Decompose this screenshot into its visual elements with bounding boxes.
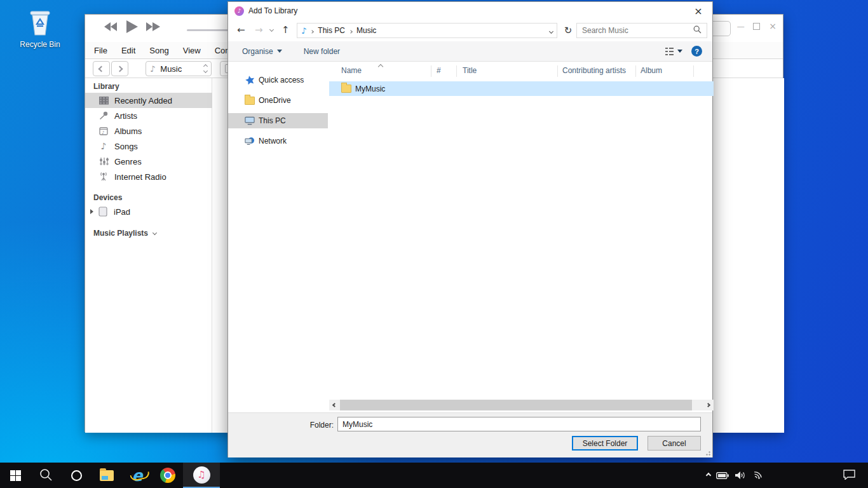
rewind-button[interactable] [104, 22, 118, 34]
recycle-bin-label: Recycle Bin [11, 40, 69, 49]
help-button[interactable]: ? [691, 46, 702, 57]
nav-up-button[interactable]: ↑ [281, 24, 290, 36]
grid-icon [98, 97, 109, 105]
monitor-icon [245, 116, 255, 125]
internet-explorer-button[interactable]: e [122, 463, 153, 488]
horizontal-scrollbar[interactable] [329, 400, 714, 410]
folder-field-label: Folder: [228, 421, 334, 430]
scroll-right-icon[interactable] [703, 400, 714, 410]
dialog-close-button[interactable]: × [691, 5, 706, 17]
itunes-taskbar-button[interactable]: ♫ [183, 463, 220, 488]
start-button[interactable] [0, 463, 31, 488]
taskbar: e ♫ [0, 463, 868, 488]
breadcrumb-music[interactable]: Music [356, 26, 376, 35]
itunes-close-button[interactable]: × [769, 20, 776, 32]
music-note-icon: ♪ [150, 64, 155, 74]
resize-grip[interactable] [704, 449, 710, 456]
ipad-icon [97, 207, 109, 217]
play-button[interactable] [126, 20, 139, 36]
column-album[interactable]: Album [641, 66, 662, 75]
nav-back-button[interactable]: ← [237, 24, 245, 36]
svg-text:♪: ♪ [102, 130, 104, 135]
column-name[interactable]: Name [341, 66, 362, 75]
library-selector-dropdown[interactable]: ♪ Music [146, 61, 212, 76]
folder-name-input[interactable]: MyMusic [337, 417, 701, 431]
organise-button[interactable]: Organise [242, 47, 282, 56]
sidebar-item-label: Genres [114, 157, 142, 166]
navpane-item-label: Network [259, 137, 287, 146]
battery-icon[interactable] [716, 472, 729, 479]
tray-expand-chevron-icon[interactable] [707, 473, 710, 477]
internet-explorer-icon: e [132, 468, 143, 484]
select-folder-button[interactable]: Select Folder [572, 436, 638, 451]
scroll-left-icon[interactable] [329, 400, 340, 410]
cortana-circle-icon [71, 470, 82, 481]
view-mode-button[interactable] [665, 47, 682, 55]
menu-view[interactable]: View [183, 46, 201, 55]
sort-ascending-icon [379, 62, 383, 71]
sidebar-item-recently-added[interactable]: Recently Added [85, 93, 212, 108]
list-view-icon [665, 47, 674, 55]
expand-arrow-icon[interactable] [90, 209, 93, 214]
search-input[interactable]: Search Music [576, 23, 707, 38]
devices-section-header: Devices [85, 193, 122, 202]
navpane-quick-access[interactable]: Quick access [228, 72, 328, 88]
column-number[interactable]: # [437, 66, 441, 75]
chrome-button[interactable] [153, 463, 183, 488]
sidebar-item-internet-radio[interactable]: Internet Radio [85, 169, 212, 184]
dialog-title: Add To Library [248, 6, 297, 15]
navpane-network[interactable]: Network [228, 133, 328, 149]
menu-edit[interactable]: Edit [121, 46, 135, 55]
sidebar-item-genres[interactable]: Genres [85, 154, 212, 169]
dialog-navbar: ← → ↑ ♪ This PC Music ↻ Search Music [228, 20, 712, 41]
dialog-titlebar[interactable]: ♪ Add To Library × [228, 2, 712, 20]
dialog-nav-pane: Quick access OneDrive This PC Network [228, 62, 328, 412]
search-icon[interactable] [693, 25, 702, 36]
navpane-onedrive[interactable]: OneDrive [228, 93, 328, 108]
breadcrumb-this-pc[interactable]: This PC [318, 26, 345, 35]
action-center-button[interactable] [834, 463, 864, 488]
wifi-icon[interactable] [752, 471, 763, 480]
column-contributing-artists[interactable]: Contributing artists [562, 66, 626, 75]
recycle-bin-desktop-icon[interactable]: Recycle Bin [11, 6, 69, 49]
sidebar-item-label: Songs [114, 142, 138, 151]
itunes-app-icon: ♪ [234, 6, 244, 16]
folder-icon [341, 85, 351, 93]
itunes-minimize-button[interactable]: — [737, 20, 744, 32]
file-list-area: Name # Title Contributing artists Album … [329, 62, 714, 412]
network-icon [245, 137, 255, 146]
menu-file[interactable]: File [94, 46, 107, 55]
volume-slider[interactable] [187, 29, 233, 31]
fast-forward-button[interactable] [146, 22, 160, 34]
itunes-maximize-button[interactable] [753, 23, 760, 30]
sidebar-item-artists[interactable]: Artists [85, 108, 212, 123]
sidebar-item-ipad[interactable]: iPad [85, 204, 212, 219]
microphone-icon [98, 111, 109, 120]
column-header-row: Name # Title Contributing artists Album [329, 64, 714, 78]
file-row-mymusic[interactable]: MyMusic [329, 81, 714, 96]
refresh-button[interactable]: ↻ [561, 23, 575, 38]
column-title[interactable]: Title [463, 66, 477, 75]
file-name: MyMusic [355, 85, 385, 93]
itunes-back-button[interactable] [93, 61, 110, 76]
nav-forward-button[interactable]: → [255, 24, 263, 36]
menu-song[interactable]: Song [149, 46, 168, 55]
nav-history-chevron-icon[interactable] [269, 27, 274, 32]
cancel-button[interactable]: Cancel [648, 436, 701, 451]
taskbar-search-button[interactable] [31, 463, 61, 488]
volume-icon[interactable] [735, 471, 746, 480]
address-dropdown-chevron-icon[interactable] [550, 26, 553, 35]
sidebar-item-songs[interactable]: ♪ Songs [85, 139, 212, 154]
new-folder-button[interactable]: New folder [304, 47, 340, 56]
genres-icon [98, 157, 109, 166]
music-playlists-header[interactable]: Music Playlists [85, 229, 156, 238]
sidebar-item-albums[interactable]: ♪ Albums [85, 123, 212, 139]
scrollbar-thumb[interactable] [340, 400, 692, 410]
itunes-forward-button[interactable] [111, 61, 128, 76]
recycle-bin-icon [11, 6, 69, 39]
file-explorer-button[interactable] [92, 463, 122, 488]
navpane-this-pc[interactable]: This PC [228, 113, 328, 128]
cortana-button[interactable] [61, 463, 92, 488]
library-section-header: Library [85, 82, 119, 91]
address-bar[interactable]: ♪ This PC Music [297, 23, 557, 38]
